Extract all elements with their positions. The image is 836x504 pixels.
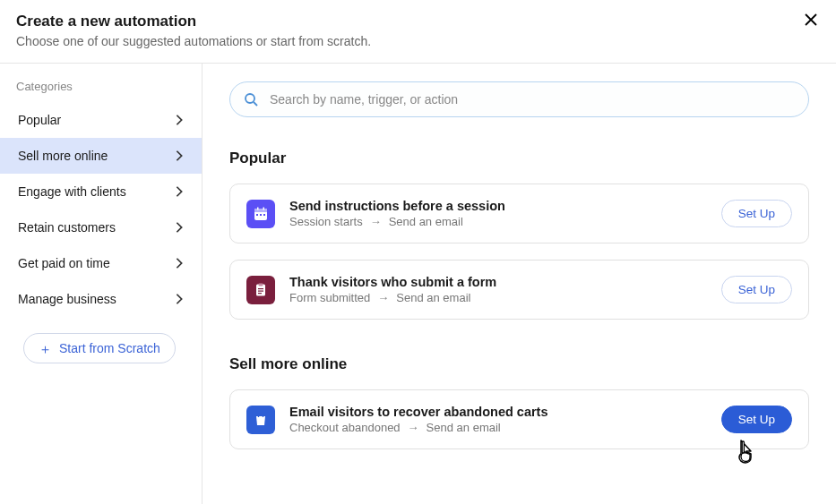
card-action: Send an email xyxy=(396,291,470,304)
card-flow: Session starts → Send an email xyxy=(289,215,707,228)
sidebar-item-label: Get paid on time xyxy=(18,256,110,270)
svg-rect-4 xyxy=(263,207,265,209)
page-title: Create a new automation xyxy=(16,13,820,30)
sidebar-item-label: Popular xyxy=(18,113,61,127)
card-flow: Checkout abandoned → Send an email xyxy=(289,421,707,434)
search-icon xyxy=(244,92,258,107)
start-from-scratch-button[interactable]: ＋ Start from Scratch xyxy=(23,333,176,363)
sidebar: Categories Popular Sell more online Enga… xyxy=(0,64,203,504)
card-title: Send instructions before a session xyxy=(289,199,707,213)
svg-rect-3 xyxy=(257,207,259,209)
arrow-right-icon: → xyxy=(370,215,382,228)
setup-button[interactable]: Set Up xyxy=(721,200,792,227)
svg-point-0 xyxy=(246,94,254,103)
section-title: Sell more online xyxy=(229,355,809,373)
section-sell-more-online: Sell more online Email visitors to recov… xyxy=(229,355,809,449)
setup-button[interactable]: Set Up xyxy=(721,406,792,433)
plus-icon: ＋ xyxy=(39,342,52,355)
svg-rect-12 xyxy=(258,293,262,294)
section-popular: Popular Send instructions before a sessi… xyxy=(229,149,809,320)
chevron-right-icon xyxy=(173,293,185,305)
card-flow: Form submitted → Send an email xyxy=(289,291,707,304)
card-trigger: Form submitted xyxy=(289,291,370,304)
automation-card-abandoned-carts: Email visitors to recover abandoned cart… xyxy=(229,389,809,449)
svg-rect-5 xyxy=(256,214,258,216)
svg-rect-6 xyxy=(260,214,262,216)
start-from-scratch-label: Start from Scratch xyxy=(59,341,160,355)
sidebar-item-label: Retain customers xyxy=(18,220,116,235)
categories-label: Categories xyxy=(0,80,202,102)
svg-rect-11 xyxy=(258,290,263,291)
main-content: Popular Send instructions before a sessi… xyxy=(203,64,836,504)
sidebar-item-get-paid-on-time[interactable]: Get paid on time xyxy=(0,245,202,281)
card-trigger: Session starts xyxy=(289,215,363,228)
shopping-bag-icon xyxy=(246,406,275,434)
card-trigger: Checkout abandoned xyxy=(289,421,401,434)
chevron-right-icon xyxy=(173,257,185,269)
sidebar-item-label: Engage with clients xyxy=(18,184,126,199)
clipboard-icon xyxy=(246,276,275,304)
sidebar-item-engage-with-clients[interactable]: Engage with clients xyxy=(0,174,202,209)
chevron-right-icon xyxy=(173,149,185,162)
sidebar-item-popular[interactable]: Popular xyxy=(0,102,202,138)
sidebar-item-retain-customers[interactable]: Retain customers xyxy=(0,209,202,245)
chevron-right-icon xyxy=(173,114,185,126)
chevron-right-icon xyxy=(173,221,185,234)
arrow-right-icon: → xyxy=(377,291,389,304)
section-title: Popular xyxy=(229,149,809,167)
setup-button[interactable]: Set Up xyxy=(721,276,792,303)
search-input[interactable] xyxy=(229,81,809,117)
close-button[interactable] xyxy=(802,13,820,30)
svg-rect-10 xyxy=(258,288,263,289)
card-title: Thank visitors who submit a form xyxy=(289,275,707,289)
sidebar-item-sell-more-online[interactable]: Sell more online xyxy=(0,138,202,174)
chevron-right-icon xyxy=(173,185,185,198)
svg-rect-2 xyxy=(254,209,267,212)
sidebar-item-manage-business[interactable]: Manage business xyxy=(0,281,202,317)
svg-rect-9 xyxy=(259,283,263,286)
card-action: Send an email xyxy=(427,421,501,434)
sidebar-item-label: Sell more online xyxy=(18,149,108,163)
automation-card-send-instructions: Send instructions before a session Sessi… xyxy=(229,184,809,243)
close-icon xyxy=(804,13,818,30)
automation-card-thank-visitors: Thank visitors who submit a form Form su… xyxy=(229,260,809,320)
page-subtitle: Choose one of our suggested automations … xyxy=(16,34,820,48)
card-title: Email visitors to recover abandoned cart… xyxy=(289,405,707,419)
svg-rect-7 xyxy=(263,214,265,216)
arrow-right-icon: → xyxy=(408,421,419,434)
card-action: Send an email xyxy=(389,215,463,228)
sidebar-item-label: Manage business xyxy=(18,292,116,306)
header: Create a new automation Choose one of ou… xyxy=(0,0,836,64)
calendar-icon xyxy=(246,200,275,228)
